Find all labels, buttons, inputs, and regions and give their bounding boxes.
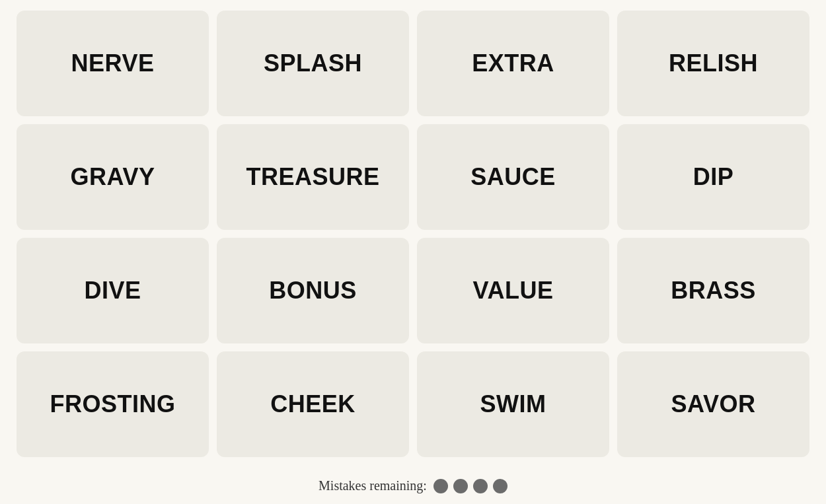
word-label-nerve: NERVE xyxy=(71,50,155,77)
word-label-dive: DIVE xyxy=(84,277,141,305)
word-card-nerve[interactable]: NERVE xyxy=(17,11,209,116)
word-card-brass[interactable]: BRASS xyxy=(617,238,809,343)
word-card-dive[interactable]: DIVE xyxy=(17,238,209,343)
game-container: NERVESPLASHEXTRARELISHGRAVYTREASURESAUCE… xyxy=(17,11,809,493)
mistakes-dots xyxy=(433,479,507,493)
word-card-savor[interactable]: SAVOR xyxy=(617,351,809,457)
word-label-dip: DIP xyxy=(693,163,734,191)
word-label-gravy: GRAVY xyxy=(71,163,155,191)
word-card-extra[interactable]: EXTRA xyxy=(417,11,609,116)
word-card-value[interactable]: VALUE xyxy=(417,238,609,343)
word-label-bonus: BONUS xyxy=(269,277,357,305)
word-label-cheek: CHEEK xyxy=(270,390,356,418)
word-label-swim: SWIM xyxy=(480,390,546,418)
word-card-sauce[interactable]: SAUCE xyxy=(417,124,609,230)
word-card-splash[interactable]: SPLASH xyxy=(217,11,409,116)
word-card-frosting[interactable]: FROSTING xyxy=(17,351,209,457)
word-card-relish[interactable]: RELISH xyxy=(617,11,809,116)
mistakes-label: Mistakes remaining: xyxy=(319,478,427,493)
mistakes-row: Mistakes remaining: xyxy=(319,478,507,493)
word-label-treasure: TREASURE xyxy=(246,163,379,191)
word-label-brass: BRASS xyxy=(671,277,756,305)
word-label-splash: SPLASH xyxy=(264,50,362,77)
mistake-dot-2 xyxy=(453,479,468,493)
word-label-sauce: SAUCE xyxy=(470,163,556,191)
word-label-extra: EXTRA xyxy=(472,50,554,77)
word-card-gravy[interactable]: GRAVY xyxy=(17,124,209,230)
word-card-dip[interactable]: DIP xyxy=(617,124,809,230)
word-label-frosting: FROSTING xyxy=(50,390,176,418)
mistake-dot-3 xyxy=(473,479,488,493)
mistake-dot-1 xyxy=(433,479,448,493)
word-card-treasure[interactable]: TREASURE xyxy=(217,124,409,230)
word-card-bonus[interactable]: BONUS xyxy=(217,238,409,343)
word-card-swim[interactable]: SWIM xyxy=(417,351,609,457)
word-label-savor: SAVOR xyxy=(671,390,756,418)
word-label-value: VALUE xyxy=(473,277,554,305)
word-grid: NERVESPLASHEXTRARELISHGRAVYTREASURESAUCE… xyxy=(17,11,809,457)
word-card-cheek[interactable]: CHEEK xyxy=(217,351,409,457)
mistake-dot-4 xyxy=(493,479,507,493)
word-label-relish: RELISH xyxy=(669,50,758,77)
